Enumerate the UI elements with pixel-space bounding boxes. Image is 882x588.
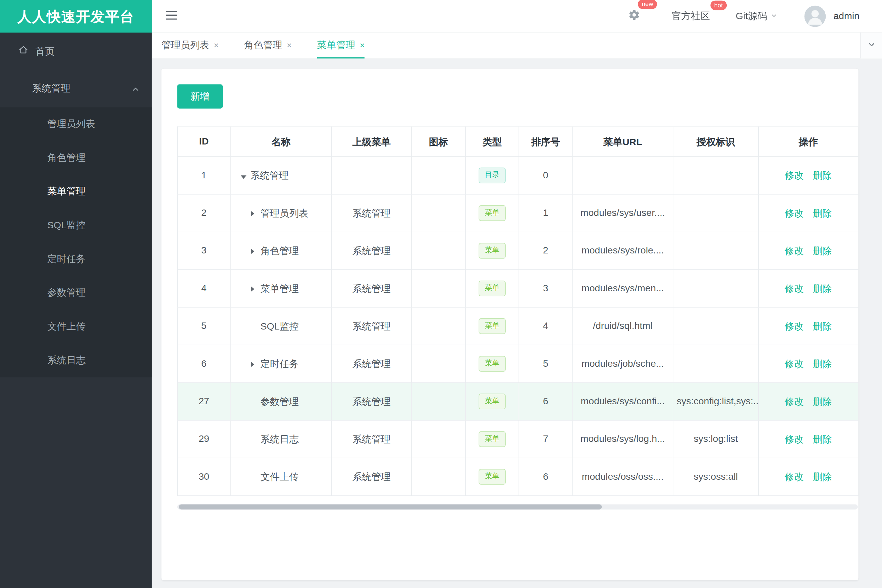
horizontal-scrollbar[interactable]: [177, 504, 858, 510]
tab-menu-management[interactable]: 菜单管理: [317, 33, 365, 58]
cell-icon: [412, 156, 466, 194]
type-tag-menu: 菜单: [479, 394, 506, 410]
chevron-down-icon: [867, 40, 876, 51]
sidebar-item-scheduled-tasks[interactable]: 定时任务: [0, 242, 152, 276]
delete-link[interactable]: 删除: [813, 321, 832, 332]
add-button[interactable]: 新增: [177, 84, 223, 109]
tabs-dropdown-button[interactable]: [860, 33, 882, 58]
edit-link[interactable]: 修改: [785, 283, 804, 294]
cell-id: 30: [177, 458, 230, 495]
cell-url: modules/oss/oss....: [572, 458, 673, 495]
git-source-link[interactable]: Git源码: [736, 10, 777, 23]
type-tag-menu: 菜单: [479, 356, 506, 372]
cell-id: 2: [177, 194, 230, 232]
cell-type: 菜单: [466, 194, 519, 232]
user-avatar[interactable]: [804, 5, 826, 27]
edit-link[interactable]: 修改: [785, 434, 804, 444]
menu-name: SQL监控: [261, 321, 299, 332]
collapse-caret-icon[interactable]: [241, 170, 248, 182]
edit-link[interactable]: 修改: [785, 471, 804, 482]
cell-icon: [412, 308, 466, 345]
cell-url: modules/sys/user....: [572, 194, 673, 232]
menu-icon: [166, 10, 177, 22]
delete-link[interactable]: 删除: [813, 208, 832, 219]
new-badge: new: [638, 0, 657, 9]
edit-link[interactable]: 修改: [785, 396, 804, 407]
table-row: 30 文件上传 系统管理 菜单 6 modules/oss/oss.... sy…: [177, 458, 858, 495]
delete-link[interactable]: 删除: [813, 245, 832, 256]
menu-name: 文件上传: [261, 471, 299, 482]
tab-admin-list[interactable]: 管理员列表: [161, 33, 219, 58]
sidebar-group-system-management[interactable]: 系统管理: [0, 70, 152, 107]
expand-caret-icon[interactable]: [251, 208, 258, 220]
tab-role-management[interactable]: 角色管理: [244, 33, 292, 58]
column-header-perms: 授权标识: [673, 127, 759, 156]
menu-name: 管理员列表: [261, 208, 308, 219]
sidebar-item-file-upload[interactable]: 文件上传: [0, 310, 152, 344]
header-actions: new 官方社区 hot Git源码 admin: [628, 5, 882, 27]
cell-id: 27: [177, 382, 230, 420]
sidebar-item-admin-list[interactable]: 管理员列表: [0, 107, 152, 141]
cell-order: 3: [519, 270, 572, 307]
delete-link[interactable]: 删除: [813, 471, 832, 482]
sidebar-item-role-management[interactable]: 角色管理: [0, 141, 152, 175]
expand-caret-icon[interactable]: [251, 246, 258, 257]
cell-url: modules/job/sche...: [572, 345, 673, 382]
hot-badge: hot: [710, 1, 727, 10]
delete-link[interactable]: 删除: [813, 434, 832, 444]
cell-actions: 修改删除: [759, 420, 858, 458]
username-label[interactable]: admin: [833, 10, 859, 22]
sidebar-toggle-button[interactable]: [166, 10, 177, 22]
chevron-down-icon: [770, 10, 777, 22]
edit-link[interactable]: 修改: [785, 245, 804, 256]
delete-link[interactable]: 删除: [813, 170, 832, 181]
menu-table: ID 名称 上级菜单 图标 类型 排序号 菜单URL 授权标识 操作: [177, 126, 858, 496]
cell-icon: [412, 382, 466, 420]
cell-icon: [412, 270, 466, 307]
community-link[interactable]: 官方社区 hot: [672, 10, 710, 23]
cell-url: modules/sys/confi...: [572, 382, 673, 420]
close-tab-icon[interactable]: [287, 41, 292, 49]
close-tab-icon[interactable]: [360, 41, 365, 49]
settings-button[interactable]: new: [628, 9, 640, 23]
expand-caret-icon[interactable]: [251, 283, 258, 295]
delete-link[interactable]: 删除: [813, 396, 832, 407]
sidebar-item-sql-monitor[interactable]: SQL监控: [0, 208, 152, 242]
cell-id: 6: [177, 345, 230, 382]
cell-id: 5: [177, 308, 230, 345]
edit-link[interactable]: 修改: [785, 358, 804, 369]
edit-link[interactable]: 修改: [785, 321, 804, 332]
menu-name: 参数管理: [261, 396, 299, 407]
cell-id: 4: [177, 270, 230, 307]
delete-link[interactable]: 删除: [813, 283, 832, 294]
cell-name: 文件上传: [230, 458, 332, 495]
scrollbar-thumb[interactable]: [179, 504, 602, 510]
menu-name: 系统日志: [261, 434, 299, 444]
cell-type: 菜单: [466, 270, 519, 307]
column-header-parent: 上级菜单: [332, 127, 412, 156]
tab-label: 管理员列表: [161, 39, 209, 52]
sidebar-item-param-management[interactable]: 参数管理: [0, 276, 152, 310]
cell-order: 6: [519, 458, 572, 495]
sidebar-item-home[interactable]: 首页: [0, 33, 152, 70]
top-header: new 官方社区 hot Git源码 admin: [152, 0, 882, 33]
close-tab-icon[interactable]: [213, 41, 219, 49]
app-window: 人人快速开发平台 首页 系统管理 管理员列表 角色管理 菜单管理 SQL监控 定…: [0, 0, 882, 588]
cell-actions: 修改删除: [759, 458, 858, 495]
column-header-id: ID: [177, 127, 230, 156]
sidebar-item-system-log[interactable]: 系统日志: [0, 344, 152, 378]
cell-actions: 修改删除: [759, 270, 858, 307]
delete-link[interactable]: 删除: [813, 358, 832, 369]
sidebar-group-label: 系统管理: [32, 82, 71, 95]
edit-link[interactable]: 修改: [785, 170, 804, 181]
sidebar: 人人快速开发平台 首页 系统管理 管理员列表 角色管理 菜单管理 SQL监控 定…: [0, 0, 152, 588]
cell-perms: [673, 232, 759, 270]
table-row: 5 SQL监控 系统管理 菜单 4 /druid/sql.html 修改删除: [177, 308, 858, 345]
community-label: 官方社区: [672, 10, 710, 23]
cell-parent: 系统管理: [332, 270, 412, 307]
chevron-up-icon: [131, 84, 139, 96]
expand-caret-icon[interactable]: [251, 359, 258, 370]
cell-perms: sys:config:list,sys:...: [673, 382, 759, 420]
sidebar-item-menu-management[interactable]: 菜单管理: [0, 175, 152, 209]
edit-link[interactable]: 修改: [785, 208, 804, 219]
